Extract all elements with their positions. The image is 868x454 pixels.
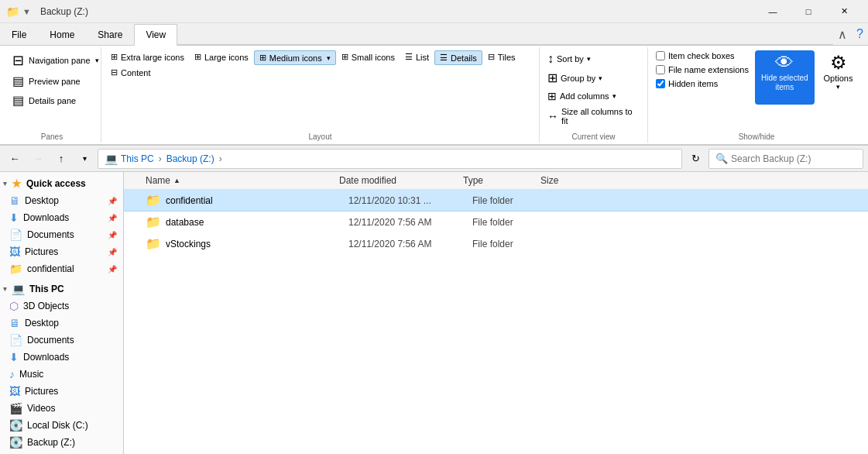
videos-icon: 🎬 <box>9 402 22 414</box>
breadcrumb-backup[interactable]: Backup (Z:) <box>166 153 214 164</box>
search-input[interactable] <box>731 153 856 164</box>
file-name-vstockings: vStockings <box>166 239 348 249</box>
hide-selected-items-btn[interactable]: 👁 Hide selecteditems <box>755 50 815 105</box>
column-header-size[interactable]: Size <box>540 175 602 186</box>
folder-icon-vstockings: 📁 <box>146 236 161 251</box>
pictures-icon-quick: 🖼 <box>9 246 20 258</box>
add-columns-label: Add columns <box>560 91 609 101</box>
address-pc-icon: 💻 <box>105 153 118 165</box>
sidebar-item-pictures[interactable]: 🖼 Pictures <box>0 383 123 400</box>
tab-view[interactable]: View <box>134 24 177 46</box>
sidebar-item-videos[interactable]: 🎬 Videos <box>0 400 123 417</box>
quick-access-section[interactable]: ▾ ★ Quick access <box>0 175 123 192</box>
tab-home[interactable]: Home <box>38 24 86 46</box>
group-by-btn[interactable]: ⊞ Group by ▾ <box>544 69 606 87</box>
column-size-label: Size <box>540 175 558 186</box>
tab-file[interactable]: File <box>0 24 38 46</box>
sidebar-desktop-label: Desktop <box>25 195 59 206</box>
search-bar[interactable]: 🔍 <box>708 149 863 169</box>
file-list: Name ▲ Date modified Type Size 📁 confide… <box>124 172 868 454</box>
close-button[interactable]: ✕ <box>826 0 862 23</box>
extra-large-icons-btn[interactable]: ⊞ Extra large icons <box>106 50 189 64</box>
refresh-button[interactable]: ↻ <box>685 149 705 169</box>
sidebar-item-documents[interactable]: 📄 Documents <box>0 332 123 349</box>
app-icon: 📁 <box>6 5 19 18</box>
options-btn[interactable]: ⚙ Options ▾ <box>818 50 859 103</box>
forward-button[interactable]: → <box>28 149 48 169</box>
column-header-type[interactable]: Type <box>463 175 540 186</box>
item-checkboxes-input[interactable] <box>656 51 665 60</box>
item-checkboxes-label[interactable]: Item check boxes <box>653 50 752 61</box>
sidebar-item-downloads-quick[interactable]: ⬇ Downloads 📌 <box>0 209 123 226</box>
file-row-vstockings[interactable]: 📁 vStockings 12/11/2020 7:56 AM File fol… <box>124 233 868 255</box>
ribbon-group-panes: ⊟ Navigation pane ▾ ▤ Preview pane ▤ Det… <box>3 47 101 143</box>
minimize-button[interactable]: — <box>755 0 791 23</box>
sidebar-item-desktop[interactable]: 🖥 Desktop <box>0 315 123 332</box>
maximize-button[interactable]: □ <box>791 0 826 23</box>
add-columns-btn[interactable]: ⊞ Add columns ▾ <box>544 88 619 104</box>
file-date-confidential: 12/11/2020 10:31 ... <box>348 195 472 206</box>
sort-by-btn[interactable]: ↕ Sort by ▾ <box>544 50 594 67</box>
confidential-pin: 📌 <box>108 265 117 273</box>
sidebar-item-music[interactable]: ♪ Music <box>0 366 123 383</box>
tiles-icon: ⊟ <box>488 52 495 62</box>
back-button[interactable]: ← <box>5 149 25 169</box>
file-name-extensions-input[interactable] <box>656 65 665 74</box>
sidebar-downloads-label: Downloads <box>23 212 69 223</box>
column-header-name[interactable]: Name ▲ <box>146 175 339 186</box>
up-button[interactable]: ↑ <box>51 149 71 169</box>
large-icons-btn[interactable]: ⊞ Large icons <box>190 50 253 64</box>
sidebar-item-pictures-quick[interactable]: 🖼 Pictures 📌 <box>0 243 123 260</box>
large-icons-icon: ⊞ <box>194 52 201 62</box>
tiles-label: Tiles <box>498 53 516 62</box>
content-btn[interactable]: ⊟ Content <box>106 66 156 79</box>
this-pc-section[interactable]: ▾ 💻 This PC <box>0 280 123 298</box>
hidden-items-label[interactable]: Hidden items <box>653 78 752 89</box>
recent-locations-btn[interactable]: ▾ <box>74 149 94 169</box>
column-date-label: Date modified <box>339 175 396 186</box>
this-pc-expand: ▾ <box>3 285 7 293</box>
details-btn[interactable]: ☰ Details <box>434 50 482 65</box>
breadcrumb-sep-1: › <box>159 153 162 164</box>
this-pc-icon: 💻 <box>12 283 25 295</box>
help-button[interactable]: ? <box>852 23 868 45</box>
small-icons-btn[interactable]: ⊞ Small icons <box>337 50 400 64</box>
medium-icons-btn[interactable]: ⊞ Medium icons ▾ <box>254 50 336 65</box>
panes-group-label: Panes <box>3 131 101 141</box>
file-name-extensions-label[interactable]: File name extensions <box>653 64 752 75</box>
options-label: Options <box>824 74 853 83</box>
hidden-items-input[interactable] <box>656 79 665 88</box>
sidebar-item-backup[interactable]: 💽 Backup (Z:) <box>0 434 123 451</box>
address-bar[interactable]: 💻 This PC › Backup (Z:) › <box>98 149 682 169</box>
nav-pane-arrow: ▾ <box>95 57 99 64</box>
tiles-btn[interactable]: ⊟ Tiles <box>483 50 520 64</box>
medium-icons-label: Medium icons <box>269 53 322 63</box>
breadcrumb-this-pc[interactable]: This PC <box>121 153 154 164</box>
extra-large-icon: ⊞ <box>111 52 118 62</box>
column-header-date[interactable]: Date modified <box>339 175 463 186</box>
navigation-pane-btn[interactable]: ⊟ Navigation pane ▾ <box>8 50 104 71</box>
pictures-pin: 📌 <box>108 248 117 256</box>
folder-icon-database: 📁 <box>146 215 161 229</box>
list-btn[interactable]: ☰ List <box>400 50 434 64</box>
ribbon-collapse-btn[interactable]: ∧ <box>833 23 852 45</box>
sidebar-desktop2-label: Desktop <box>25 318 59 328</box>
sidebar-item-local-disk[interactable]: 💽 Local Disk (C:) <box>0 417 123 434</box>
sidebar-item-confidential-quick[interactable]: 📁 confidential 📌 <box>0 260 123 277</box>
sidebar-item-desktop-quick[interactable]: 🖥 Desktop 📌 <box>0 192 123 209</box>
size-columns-btn[interactable]: ↔ Size all columns to fit <box>544 105 643 127</box>
small-icons-label: Small icons <box>352 53 395 62</box>
window-title: Backup (Z:) <box>40 6 88 17</box>
title-bar: 📁 ▼ Backup (Z:) — □ ✕ <box>0 0 868 23</box>
file-row-confidential[interactable]: 📁 confidential 12/11/2020 10:31 ... File… <box>124 190 868 212</box>
column-type-label: Type <box>463 175 483 186</box>
current-view-content: ↕ Sort by ▾ ⊞ Group by ▾ ⊞ Add columns ▾… <box>544 50 643 139</box>
file-list-header: Name ▲ Date modified Type Size <box>124 172 868 190</box>
preview-pane-btn[interactable]: ▤ Preview pane <box>8 72 85 90</box>
tab-share[interactable]: Share <box>86 24 134 46</box>
sidebar-item-documents-quick[interactable]: 📄 Documents 📌 <box>0 226 123 243</box>
file-row-database[interactable]: 📁 database 12/11/2020 7:56 AM File folde… <box>124 212 868 233</box>
details-pane-btn[interactable]: ▤ Details pane <box>8 91 81 109</box>
sidebar-item-downloads[interactable]: ⬇ Downloads <box>0 349 123 366</box>
sidebar-item-3d-objects[interactable]: ⬡ 3D Objects <box>0 298 123 315</box>
